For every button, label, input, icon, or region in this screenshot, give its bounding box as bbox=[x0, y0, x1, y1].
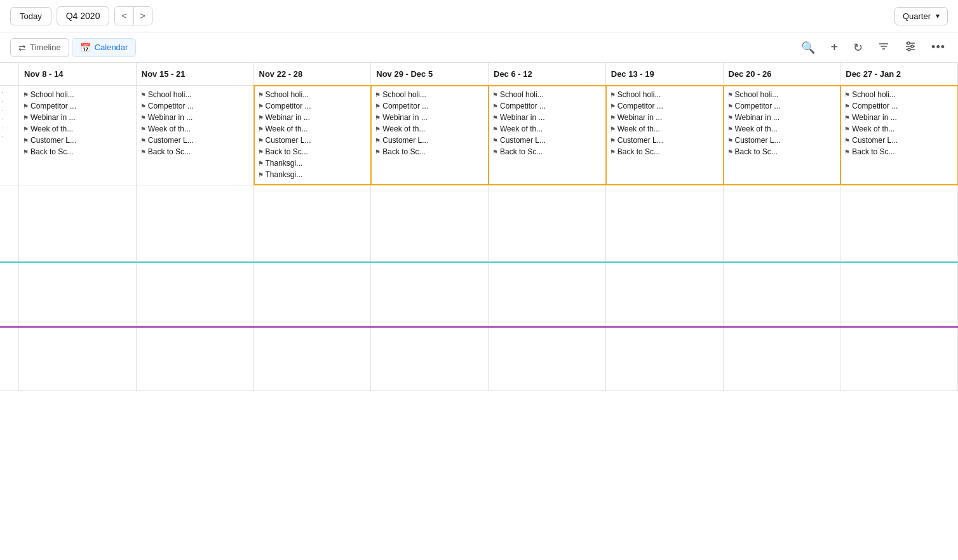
nav-arrows: < > bbox=[114, 6, 152, 25]
cell-row1-col6: ⚑School holi... ⚑Competitor ... ⚑Webinar… bbox=[724, 86, 841, 185]
list-item[interactable]: ⚑Back to Sc... bbox=[139, 147, 251, 157]
timeline-tab[interactable]: ⇄ Timeline bbox=[10, 38, 69, 57]
prev-arrow-button[interactable]: < bbox=[115, 7, 133, 25]
list-item[interactable]: ⚑Week of th... bbox=[374, 124, 485, 134]
flag-icon: ⚑ bbox=[258, 91, 264, 98]
search-button[interactable]: 🔍 bbox=[799, 38, 818, 57]
list-item[interactable]: ⚑Competitor ... bbox=[139, 101, 251, 111]
flag-icon: ⚑ bbox=[610, 91, 616, 98]
calendar-tab[interactable]: 📅 Calendar bbox=[72, 38, 137, 57]
spacer-col6 bbox=[724, 185, 841, 261]
list-item[interactable]: ⚑Thanksgi... bbox=[257, 170, 368, 180]
list-item[interactable]: ⚑Week of th... bbox=[491, 124, 603, 134]
spacer-col7 bbox=[840, 185, 958, 261]
flag-icon: ⚑ bbox=[610, 137, 616, 144]
spacer2-col1 bbox=[137, 263, 254, 326]
list-item[interactable]: ⚑Week of th... bbox=[22, 124, 133, 134]
spacer3-col3 bbox=[371, 328, 489, 390]
header-col-4: Dec 6 - 12 bbox=[489, 63, 606, 85]
list-item[interactable]: ⚑School holi... bbox=[257, 90, 368, 100]
list-item[interactable]: ⚑Competitor ... bbox=[726, 101, 838, 111]
flag-icon: ⚑ bbox=[492, 114, 498, 121]
more-button[interactable]: ••• bbox=[929, 38, 948, 57]
svg-point-8 bbox=[908, 48, 910, 51]
list-item[interactable]: ⚑Webinar in ... bbox=[139, 112, 251, 123]
list-item[interactable]: ⚑Week of th... bbox=[843, 124, 955, 134]
list-item[interactable]: ⚑Back to Sc... bbox=[374, 147, 485, 157]
list-item[interactable]: ⚑School holi... bbox=[139, 90, 251, 100]
flag-icon: ⚑ bbox=[844, 91, 850, 98]
settings-button[interactable] bbox=[902, 38, 919, 57]
list-item[interactable]: ⚑Competitor ... bbox=[491, 101, 603, 111]
row-label-1: · · · · · · bbox=[0, 86, 19, 185]
calendar-row-1: · · · · · · ⚑School holi... ⚑Competitor … bbox=[0, 86, 958, 185]
cell-row1-col4: ⚑School holi... ⚑Competitor ... ⚑Webinar… bbox=[489, 86, 606, 185]
flag-icon: ⚑ bbox=[23, 91, 29, 98]
quarter-select-button[interactable]: Quarter ▾ bbox=[894, 7, 948, 25]
list-item[interactable]: ⚑Week of th... bbox=[726, 124, 838, 134]
list-item[interactable]: ⚑Customer L... bbox=[22, 135, 133, 145]
list-item[interactable]: ⚑Back to Sc... bbox=[843, 147, 955, 157]
filter-button[interactable] bbox=[875, 38, 892, 57]
flag-icon: ⚑ bbox=[258, 149, 264, 156]
spacer2-col5 bbox=[606, 263, 724, 326]
refresh-icon: ↻ bbox=[853, 41, 863, 55]
list-item[interactable]: ⚑Week of th... bbox=[257, 124, 368, 134]
list-item[interactable]: ⚑Back to Sc... bbox=[257, 147, 368, 157]
list-item[interactable]: ⚑Week of th... bbox=[139, 124, 251, 134]
list-item[interactable]: ⚑Customer L... bbox=[726, 135, 838, 145]
timeline-label: Timeline bbox=[30, 43, 61, 52]
list-item[interactable]: ⚑Webinar in ... bbox=[491, 112, 603, 123]
list-item[interactable]: ⚑Webinar in ... bbox=[843, 112, 955, 123]
list-item[interactable]: ⚑Customer L... bbox=[374, 135, 485, 145]
list-item[interactable]: ⚑Webinar in ... bbox=[257, 112, 368, 123]
list-item[interactable]: ⚑Back to Sc... bbox=[491, 147, 603, 157]
calendar-row-2 bbox=[0, 185, 958, 262]
spacer-label bbox=[0, 185, 19, 261]
flag-icon: ⚑ bbox=[23, 126, 29, 133]
cell-row1-col2: ⚑School holi... ⚑Competitor ... ⚑Webinar… bbox=[254, 86, 372, 185]
list-item[interactable]: ⚑Competitor ... bbox=[609, 101, 720, 111]
list-item[interactable]: ⚑School holi... bbox=[491, 90, 603, 100]
list-item[interactable]: ⚑Competitor ... bbox=[257, 101, 368, 111]
list-item[interactable]: ⚑School holi... bbox=[374, 90, 485, 100]
flag-icon: ⚑ bbox=[844, 149, 850, 156]
list-item[interactable]: ⚑Competitor ... bbox=[22, 101, 133, 111]
next-arrow-button[interactable]: > bbox=[133, 7, 152, 25]
refresh-button[interactable]: ↻ bbox=[851, 38, 865, 57]
header-col-5: Dec 13 - 19 bbox=[606, 63, 724, 85]
flag-icon: ⚑ bbox=[492, 126, 498, 133]
list-item[interactable]: ⚑Customer L... bbox=[843, 135, 955, 145]
list-item[interactable]: ⚑Customer L... bbox=[609, 135, 720, 145]
list-item[interactable]: ⚑Back to Sc... bbox=[726, 147, 838, 157]
spacer-col5 bbox=[606, 185, 724, 261]
svg-point-6 bbox=[907, 42, 910, 44]
flag-icon: ⚑ bbox=[140, 91, 146, 98]
list-item[interactable]: ⚑Customer L... bbox=[139, 135, 251, 145]
list-item[interactable]: ⚑Webinar in ... bbox=[22, 112, 133, 123]
list-item[interactable]: ⚑School holi... bbox=[22, 90, 133, 100]
list-item[interactable]: ⚑Thanksgi... bbox=[257, 158, 368, 168]
list-item[interactable]: ⚑Webinar in ... bbox=[374, 112, 485, 123]
list-item[interactable]: ⚑Back to Sc... bbox=[609, 147, 720, 157]
spacer3-label bbox=[0, 328, 19, 390]
list-item[interactable]: ⚑Customer L... bbox=[491, 135, 603, 145]
list-item[interactable]: ⚑Week of th... bbox=[609, 124, 720, 134]
list-item[interactable]: ⚑Competitor ... bbox=[843, 101, 955, 111]
list-item[interactable]: ⚑School holi... bbox=[609, 90, 720, 100]
list-item[interactable]: ⚑Webinar in ... bbox=[726, 112, 838, 123]
list-item[interactable]: ⚑Back to Sc... bbox=[22, 147, 133, 157]
spacer3-col4 bbox=[489, 328, 606, 390]
list-item[interactable]: ⚑School holi... bbox=[843, 90, 955, 100]
flag-icon: ⚑ bbox=[140, 126, 146, 133]
add-button[interactable]: + bbox=[828, 37, 840, 57]
list-item[interactable]: ⚑Customer L... bbox=[257, 135, 368, 145]
list-item[interactable]: ⚑School holi... bbox=[726, 90, 838, 100]
today-button[interactable]: Today bbox=[10, 7, 51, 25]
chevron-down-icon: ▾ bbox=[936, 11, 940, 20]
spacer3-col2 bbox=[254, 328, 372, 390]
list-item[interactable]: ⚑Webinar in ... bbox=[609, 112, 720, 123]
flag-icon: ⚑ bbox=[375, 91, 381, 98]
flag-icon: ⚑ bbox=[140, 149, 146, 156]
list-item[interactable]: ⚑Competitor ... bbox=[374, 101, 485, 111]
